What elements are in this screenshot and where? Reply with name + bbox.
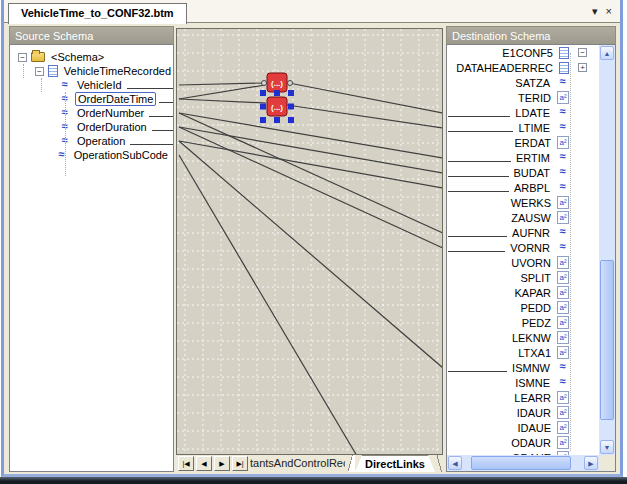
functoid-input-connector[interactable] bbox=[262, 81, 267, 86]
destination-tree-item[interactable]: DATAHEADERREC+ bbox=[448, 60, 599, 75]
source-tree-item[interactable]: −<Schema> bbox=[10, 50, 173, 64]
functoid-output-connector[interactable] bbox=[288, 81, 293, 86]
tree-item-label[interactable]: LTIME bbox=[516, 122, 552, 134]
tree-item-label[interactable]: ERTIM bbox=[514, 152, 552, 164]
tree-item-label[interactable]: ARBPL bbox=[512, 182, 552, 194]
destination-tree-item[interactable]: TERIDa² bbox=[448, 90, 599, 105]
destination-tree-item[interactable]: ODAURa² bbox=[448, 435, 599, 450]
selection-handle[interactable] bbox=[274, 117, 280, 123]
tree-item-label[interactable]: VORNR bbox=[508, 242, 552, 254]
destination-tree-item[interactable]: LDATE≈ bbox=[448, 105, 599, 120]
tree-item-label[interactable]: AUFNR bbox=[510, 227, 552, 239]
tree-item-label[interactable]: OperationSubCode bbox=[72, 149, 170, 161]
selection-handle[interactable] bbox=[288, 117, 294, 123]
destination-tree-item[interactable]: ERTIM≈ bbox=[448, 150, 599, 165]
destination-tree-item[interactable]: ISMNW≈ bbox=[448, 360, 599, 375]
selection-handle[interactable] bbox=[260, 90, 266, 96]
close-icon[interactable]: × bbox=[606, 5, 612, 17]
destination-tree-item[interactable]: AUFNR≈ bbox=[448, 225, 599, 240]
selection-handle[interactable] bbox=[288, 90, 294, 96]
vertical-scrollbar-thumb[interactable] bbox=[600, 260, 614, 420]
destination-tree-item[interactable]: UVORNa² bbox=[448, 255, 599, 270]
tree-item-label[interactable]: E1CONF5 bbox=[500, 47, 555, 59]
source-tree-item[interactable]: ≈OrderNumber bbox=[10, 106, 173, 120]
destination-tree-item[interactable]: ZAUSWa² bbox=[448, 210, 599, 225]
horizontal-scrollbar[interactable]: ◀ ▶ bbox=[447, 455, 599, 471]
tree-item-label[interactable]: SPLIT bbox=[518, 272, 553, 284]
tree-item-label[interactable]: TERID bbox=[516, 92, 553, 104]
mapper-grid[interactable]: (...)(...) bbox=[176, 28, 443, 455]
collapse-icon[interactable]: − bbox=[18, 53, 27, 62]
tab-directlinks[interactable]: DirectLinks bbox=[355, 455, 435, 472]
destination-tree-item[interactable]: WERKSa² bbox=[448, 195, 599, 210]
tree-item-label[interactable]: OrderNumber bbox=[75, 107, 146, 119]
destination-tree-item[interactable]: SATZA≈ bbox=[448, 75, 599, 90]
destination-tree-item[interactable]: E1CONF5− bbox=[448, 45, 599, 60]
destination-tree-item[interactable]: ARBPL≈ bbox=[448, 180, 599, 195]
tree-item-label[interactable]: IDAUR bbox=[515, 407, 553, 419]
destination-tree-item[interactable]: PEDDa² bbox=[448, 300, 599, 315]
source-tree-item[interactable]: ≈Operation bbox=[10, 134, 173, 148]
destination-tree-item[interactable]: SPLITa² bbox=[448, 270, 599, 285]
tree-item-label[interactable]: ISMNW bbox=[510, 362, 552, 374]
scroll-up-icon[interactable]: ▲ bbox=[600, 46, 614, 60]
source-tree-item[interactable]: ≈OperationSubCode bbox=[10, 148, 173, 162]
next-page-button[interactable]: ▶ bbox=[214, 456, 230, 471]
tree-item-label[interactable]: DATAHEADERREC bbox=[454, 62, 555, 74]
destination-tree-item[interactable]: LTXA1a² bbox=[448, 345, 599, 360]
tree-item-label[interactable]: LEARR bbox=[512, 392, 553, 404]
destination-tree-item[interactable]: BUDAT≈ bbox=[448, 165, 599, 180]
destination-tree-item[interactable]: VORNR≈ bbox=[448, 240, 599, 255]
first-page-button[interactable]: |◀ bbox=[178, 456, 194, 471]
tree-item-label[interactable]: ERDAT bbox=[513, 137, 553, 149]
tree-item-label[interactable]: Operation bbox=[75, 135, 127, 147]
tree-item-label[interactable]: UVORN bbox=[509, 257, 553, 269]
scroll-left-icon[interactable]: ◀ bbox=[448, 456, 462, 470]
source-tree-item[interactable]: −VehicleTimeRecorded bbox=[10, 64, 173, 78]
tree-item-label[interactable]: <Schema> bbox=[49, 51, 106, 63]
tree-item-label-selected[interactable]: OrderDateTime bbox=[75, 92, 156, 106]
tree-item-label[interactable]: VehicleTimeRecorded bbox=[62, 65, 173, 77]
chevron-down-icon[interactable]: ▾ bbox=[592, 5, 598, 17]
map-link[interactable] bbox=[179, 127, 442, 173]
expand-icon[interactable]: + bbox=[578, 63, 587, 72]
destination-tree-item[interactable]: LEKNWa² bbox=[448, 330, 599, 345]
scroll-down-icon[interactable]: ▼ bbox=[600, 440, 614, 454]
tree-item-label[interactable]: SATZA bbox=[513, 77, 552, 89]
destination-tree-item[interactable]: ISMNE≈ bbox=[448, 375, 599, 390]
tree-item-label[interactable]: WERKS bbox=[509, 197, 553, 209]
source-tree-item[interactable]: ≈OrderDateTime bbox=[10, 92, 173, 106]
prev-page-button[interactable]: ◀ bbox=[196, 456, 212, 471]
tree-item-label[interactable]: VehicleId bbox=[75, 79, 124, 91]
tree-item-label[interactable]: LEKNW bbox=[510, 332, 553, 344]
vertical-scrollbar[interactable]: ▲ ▼ bbox=[599, 45, 615, 455]
map-link[interactable] bbox=[179, 99, 266, 103]
destination-tree-item[interactable]: LTIME≈ bbox=[448, 120, 599, 135]
tree-item-label[interactable]: ISMNE bbox=[513, 377, 552, 389]
tree-item-label[interactable]: OrderDuration bbox=[75, 121, 149, 133]
tree-item-label[interactable]: BUDAT bbox=[512, 167, 552, 179]
destination-tree-item[interactable]: LEARRa² bbox=[448, 390, 599, 405]
tree-item-label[interactable]: PEDZ bbox=[520, 317, 553, 329]
tree-item-label[interactable]: LTXA1 bbox=[516, 347, 553, 359]
selection-handle[interactable] bbox=[288, 104, 294, 110]
selection-handle[interactable] bbox=[260, 117, 266, 123]
destination-tree-item[interactable]: IDAUEa² bbox=[448, 420, 599, 435]
selection-handle[interactable] bbox=[260, 104, 266, 110]
destination-tree-item[interactable]: ERDATa² bbox=[448, 135, 599, 150]
tree-item-label[interactable]: LDATE bbox=[513, 107, 552, 119]
document-tab[interactable]: VehicleTime_to_CONF32.btm bbox=[8, 3, 187, 24]
map-link[interactable] bbox=[179, 83, 265, 85]
tree-item-label[interactable]: ZAUSW bbox=[509, 212, 553, 224]
collapse-icon[interactable]: − bbox=[578, 48, 587, 57]
tab-constants-and-control-record[interactable]: tantsAndControlRecord bbox=[248, 455, 345, 472]
scroll-right-icon[interactable]: ▶ bbox=[584, 456, 598, 470]
destination-tree-item[interactable]: KAPARa² bbox=[448, 285, 599, 300]
map-link[interactable] bbox=[179, 155, 357, 454]
tree-item-label[interactable]: PEDD bbox=[518, 302, 553, 314]
horizontal-scrollbar-thumb[interactable] bbox=[471, 456, 571, 470]
tree-item-label[interactable]: IDAUE bbox=[515, 422, 553, 434]
last-page-button[interactable]: ▶| bbox=[232, 456, 248, 471]
destination-tree-item[interactable]: PEDZa² bbox=[448, 315, 599, 330]
tree-item-label[interactable]: ODAUR bbox=[509, 437, 553, 449]
